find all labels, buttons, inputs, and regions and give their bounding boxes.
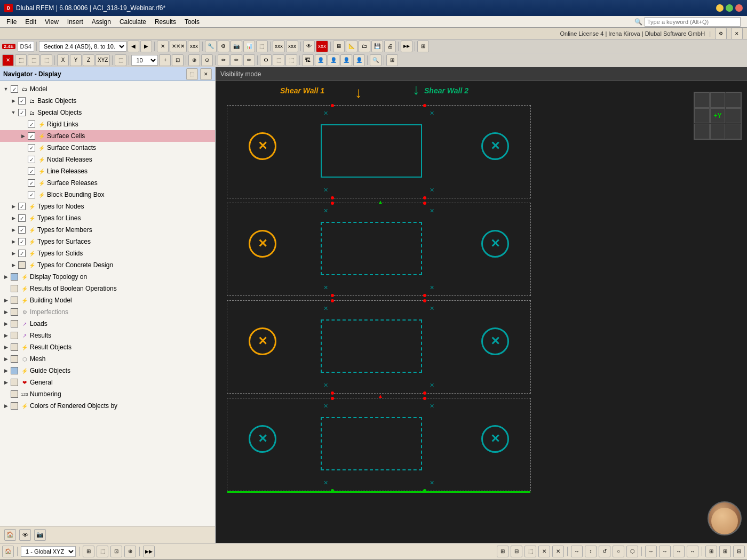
tree-item-result-objects[interactable]: ▶ ⚡ Result Objects (0, 341, 215, 353)
tree-item-line-releases[interactable]: ⚡ Line Releases (0, 165, 215, 177)
tree-item-types-surfaces[interactable]: ▶ ⚡ Types for Surfaces (0, 236, 215, 247)
tree-cb-loads[interactable] (11, 320, 18, 327)
tree-item-loads[interactable]: ▶ ↗ Loads (0, 318, 215, 330)
tb-btn-6[interactable]: 📷 (231, 41, 242, 52)
tb2-btn-4[interactable]: ⬚ (41, 54, 52, 66)
tree-cb-surface-cells[interactable] (28, 132, 35, 140)
tb2-snap2[interactable]: ⊙ (201, 54, 213, 66)
bt-btn-view5[interactable]: ✕ (552, 546, 564, 557)
tb2-draw3[interactable]: ✏ (243, 54, 255, 66)
tb-btn-8[interactable]: ⬚ (256, 41, 268, 52)
tb2-misc1[interactable]: ⚙ (260, 54, 272, 66)
tree-item-display-topology[interactable]: ▶ ⚡ Display Topology on (0, 271, 215, 283)
tb2-btn-x[interactable]: X (57, 54, 69, 66)
menu-view[interactable]: View (41, 17, 63, 27)
tree-cb-surface-contacts[interactable] (28, 144, 35, 151)
coord-system-dropdown[interactable]: 1 - Global XYZ (21, 546, 76, 557)
tb-btn-print[interactable]: 🖨 (384, 41, 396, 52)
tb-btn-render4[interactable]: 💾 (371, 41, 383, 52)
menu-tools[interactable]: Tools (180, 17, 204, 27)
tree-item-results-boolean[interactable]: ⚡ Results of Boolean Operations (0, 283, 215, 294)
tb2-btn-y[interactable]: Y (70, 54, 82, 66)
tb2-misc3[interactable]: ⬚ (285, 54, 297, 66)
tree-item-types-concrete[interactable]: ▶ ⚡ Types for Concrete Design (0, 259, 215, 271)
maximize-button[interactable] (726, 4, 733, 12)
nav-tree[interactable]: ▼ 🗂 Model ▶ 🗂 Basic Objects ▼ 🗂 Special … (0, 81, 215, 526)
tree-item-surface-cells[interactable]: ▶ ⚡ Surface Cells (0, 130, 215, 142)
zoom-dropdown[interactable]: 10 (131, 55, 158, 66)
bt-btn-dim5[interactable]: ⬡ (626, 546, 638, 557)
bt-btn-1[interactable]: 🏠 (2, 546, 14, 557)
bt-btn-grid1[interactable]: ⊞ (705, 546, 717, 557)
bt-btn-snap1[interactable]: ⊞ (83, 546, 94, 557)
tree-item-general[interactable]: ▶ ❤ General (0, 377, 215, 388)
bt-btn-view4[interactable]: ✕ (538, 546, 550, 557)
tb2-misc2[interactable]: ⬚ (273, 54, 284, 66)
tree-item-guide-objects[interactable]: ▶ ⚡ Guide Objects (0, 365, 215, 377)
tb2-grid-toggle[interactable]: ⊞ (386, 54, 398, 66)
tb2-zoom-in[interactable]: + (159, 54, 171, 66)
nav-camera-button[interactable]: 📷 (34, 529, 46, 541)
tb2-filter[interactable]: 🔍 (370, 54, 382, 66)
menu-file[interactable]: File (2, 17, 21, 27)
bt-btn-snap4[interactable]: ⊕ (124, 546, 136, 557)
nav-forward-button[interactable]: ▶ (140, 41, 152, 52)
tb-btn-1[interactable]: ✕ (157, 41, 169, 52)
menu-assign[interactable]: Assign (88, 17, 115, 27)
tree-item-imperfections[interactable]: ▶ ⚙ Imperfections (0, 306, 215, 318)
tree-item-surface-contacts[interactable]: ⚡ Surface Contacts (0, 142, 215, 154)
tb-btn-render3[interactable]: 🗂 (359, 41, 370, 52)
tb-btn-5[interactable]: ⚙ (218, 41, 229, 52)
tree-cb-types-solids[interactable] (18, 250, 26, 257)
tb-btn-grid[interactable]: ⊞ (417, 41, 429, 52)
bt-btn-view3[interactable]: ⬚ (525, 546, 536, 557)
tb-btn-12[interactable]: xxx (316, 41, 328, 52)
tb-btn-7[interactable]: 📊 (243, 41, 255, 52)
tree-cb-result-objects[interactable] (11, 343, 18, 351)
online-close-button[interactable]: ✕ (731, 28, 743, 39)
tb-btn-render[interactable]: 🖥 (333, 41, 345, 52)
bt-btn-dim4[interactable]: ○ (613, 546, 624, 557)
nav-close-button[interactable]: ✕ (200, 68, 212, 80)
tb2-btn-3[interactable]: ⬚ (28, 54, 39, 66)
bt-btn-snap2[interactable]: ⬚ (97, 546, 108, 557)
nav-eye-button[interactable]: 👁 (19, 529, 31, 541)
online-settings-button[interactable]: ⚙ (715, 28, 727, 39)
tb-btn-10[interactable]: xxx (286, 41, 298, 52)
tree-item-model[interactable]: ▼ 🗂 Model (0, 83, 215, 95)
bt-btn-edit1[interactable]: ↔ (645, 546, 657, 557)
minimize-button[interactable] (716, 4, 724, 12)
tb2-zoom-fit[interactable]: ⊡ (172, 54, 184, 66)
tb-btn-11[interactable]: 👁 (303, 41, 315, 52)
tree-item-types-nodes[interactable]: ▶ ⚡ Types for Nodes (0, 201, 215, 212)
tree-cb-model[interactable] (11, 85, 18, 93)
tree-cb-rigid[interactable] (28, 121, 35, 128)
tree-cb-line-rel[interactable] (28, 167, 35, 175)
tb2-draw2[interactable]: ✏ (231, 54, 242, 66)
tree-cb-results-bool[interactable] (11, 285, 18, 292)
tree-item-rigid-links[interactable]: ⚡ Rigid Links (0, 118, 215, 130)
tb-btn-9[interactable]: xxx (273, 41, 285, 52)
tree-cb-types-members[interactable] (18, 226, 26, 234)
tb-btn-more1[interactable]: ▶▶ (401, 41, 412, 52)
bt-btn-dim1[interactable]: ↔ (571, 546, 583, 557)
bt-btn-view2[interactable]: ⊟ (511, 546, 522, 557)
tb2-draw1[interactable]: ✏ (218, 54, 229, 66)
tree-item-building-model[interactable]: ▶ ⚡ Building Model (0, 294, 215, 306)
bt-btn-edit2[interactable]: ↔ (659, 546, 671, 557)
tree-cb-block[interactable] (28, 191, 35, 198)
tree-cb-types-nodes[interactable] (18, 203, 26, 210)
tb-btn-4[interactable]: 🔧 (205, 41, 217, 52)
section-dropdown[interactable]: Section 2.4 (ASD), 8. to 10. (39, 41, 126, 52)
tree-cb-imperfections[interactable] (11, 308, 18, 316)
tb2-btn-2[interactable]: ⬚ (15, 54, 27, 66)
tree-cb-types-lines[interactable] (18, 214, 26, 222)
nav-back-button[interactable]: ◀ (128, 41, 139, 52)
tree-cb-types-surfaces[interactable] (18, 238, 26, 245)
menu-insert[interactable]: Insert (63, 17, 88, 27)
bt-btn-more1[interactable]: ▶▶ (143, 546, 155, 557)
bt-btn-edit4[interactable]: ↔ (687, 546, 698, 557)
tree-cb-colors[interactable] (11, 402, 18, 410)
tb2-misc8[interactable]: 👤 (353, 54, 365, 66)
tb2-misc5[interactable]: 👤 (315, 54, 327, 66)
